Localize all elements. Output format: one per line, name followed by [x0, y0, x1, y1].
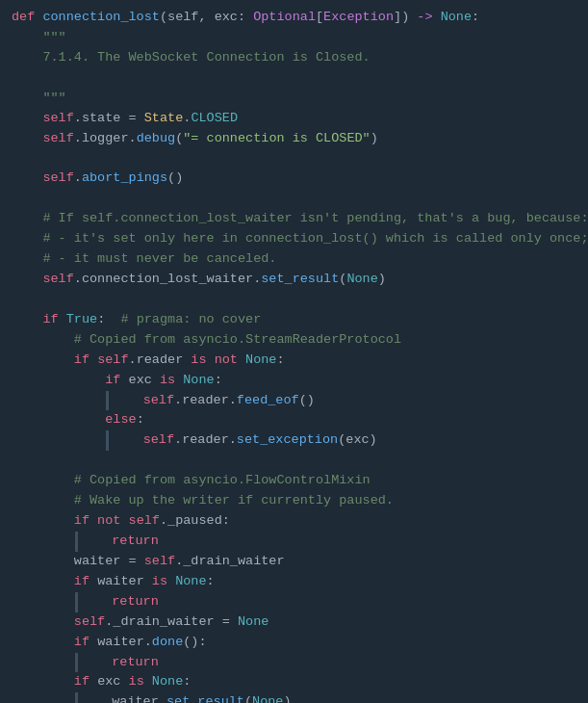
code-line: self.reader.feed_eof() — [12, 391, 588, 411]
code-line: # - it's set only here in connection_los… — [12, 229, 588, 249]
code-token: exc — [129, 371, 152, 391]
code-token: # Copied from asyncio.FlowControlMixin — [12, 471, 371, 491]
code-token: set_result — [261, 270, 339, 290]
code-token: . — [129, 351, 137, 371]
code-token: True — [66, 310, 97, 330]
code-token: None — [152, 672, 183, 692]
code-line: # If self.connection_lost_waiter isn't p… — [12, 209, 588, 229]
code-token: . — [74, 270, 82, 290]
code-token: : — [276, 351, 284, 371]
code-token: ( — [338, 430, 345, 451]
code-line: # Copied from asyncio.StreamReaderProtoc… — [12, 330, 588, 351]
code-token: set_exception — [237, 430, 338, 451]
code-token: . — [74, 109, 82, 129]
code-line — [12, 451, 588, 471]
code-token: is not — [183, 351, 245, 371]
code-token: . — [129, 129, 137, 149]
code-token: () — [167, 169, 183, 189]
code-line: self.logger.debug("= connection is CLOSE… — [12, 129, 588, 149]
code-line — [12, 189, 588, 209]
code-token: return — [112, 532, 159, 552]
code-token: None — [441, 8, 472, 28]
code-token: is — [152, 371, 183, 391]
code-token — [75, 692, 112, 703]
code-line: waiter = self._drain_waiter — [12, 552, 588, 572]
code-token: def — [12, 8, 42, 28]
code-line: self.state = State.CLOSED — [12, 109, 588, 129]
code-token — [75, 592, 112, 612]
code-line: if waiter is None: — [12, 572, 588, 592]
code-token: ( — [160, 8, 167, 28]
code-token: if — [12, 633, 97, 653]
code-token: . — [74, 129, 82, 149]
code-token: exc — [97, 672, 120, 692]
code-token: : — [97, 310, 120, 330]
code-token: state — [82, 109, 121, 129]
code-line: if waiter.done(): — [12, 633, 588, 653]
code-line: self.abort_pings() — [12, 169, 588, 189]
code-token: : — [238, 8, 253, 28]
code-line: # Copied from asyncio.FlowControlMixin — [12, 471, 588, 491]
code-token: [ — [316, 8, 323, 28]
code-token: return — [112, 653, 159, 673]
code-token: self — [143, 391, 174, 411]
code-token: . — [174, 391, 182, 411]
code-token: : — [472, 8, 479, 28]
code-line: """ — [12, 28, 588, 48]
code-token: """ — [12, 28, 66, 48]
code-token: None — [252, 692, 283, 703]
code-line: if exc is None: — [12, 672, 588, 692]
code-line — [12, 290, 588, 310]
code-token: : — [215, 371, 222, 391]
code-line: if not self._paused: — [12, 511, 588, 532]
code-token: if — [12, 310, 66, 330]
code-line: if exc is None: — [12, 371, 588, 391]
code-token: is — [120, 672, 151, 692]
code-token: . — [253, 270, 261, 290]
code-line: # - it must never be canceled. — [12, 249, 588, 270]
code-token: = — [120, 109, 143, 129]
code-token: waiter — [112, 692, 159, 703]
code-token: waiter — [97, 633, 144, 653]
code-token: """ — [12, 89, 66, 109]
code-token: self — [12, 129, 74, 149]
code-token: ) — [371, 129, 378, 149]
code-token: _paused — [167, 511, 222, 532]
code-token — [12, 532, 74, 552]
code-token: . — [160, 511, 167, 532]
code-line: def connection_lost(self, exc: Optional[… — [12, 8, 588, 28]
code-token — [12, 68, 42, 89]
code-token: # pragma: no cover — [120, 310, 261, 330]
code-token: self — [97, 351, 128, 371]
code-token: (): — [183, 633, 206, 653]
code-token: logger — [82, 129, 129, 149]
code-token: . — [74, 169, 82, 189]
code-token: : — [222, 511, 230, 532]
code-token: : — [137, 410, 144, 430]
code-token: abort_pings — [82, 169, 167, 189]
code-token: return — [112, 592, 159, 612]
code-token: self — [12, 270, 74, 290]
code-line: if self.reader is not None: — [12, 351, 588, 371]
code-token: -> — [417, 8, 432, 28]
code-token — [12, 391, 105, 411]
code-token: self — [143, 430, 174, 451]
code-token: None — [245, 351, 276, 371]
code-line — [12, 148, 588, 169]
code-token: Optional — [253, 8, 316, 28]
code-line: # Wake up the writer if currently paused… — [12, 491, 588, 511]
code-line: waiter.set_result(None) — [12, 692, 588, 703]
code-line: else: — [12, 410, 588, 430]
code-token: None — [346, 270, 377, 290]
code-line — [12, 68, 588, 89]
code-line: return — [12, 532, 588, 552]
code-token: . — [229, 391, 237, 411]
code-content: def connection_lost(self, exc: Optional[… — [12, 8, 588, 703]
code-token: . — [159, 692, 166, 703]
code-token — [12, 653, 74, 673]
code-token: . — [183, 109, 191, 129]
code-token — [433, 8, 441, 28]
code-line: 7.1.4. The WebSocket Connection is Close… — [12, 48, 588, 68]
code-token: self — [144, 552, 175, 572]
code-token: ) — [283, 692, 291, 703]
